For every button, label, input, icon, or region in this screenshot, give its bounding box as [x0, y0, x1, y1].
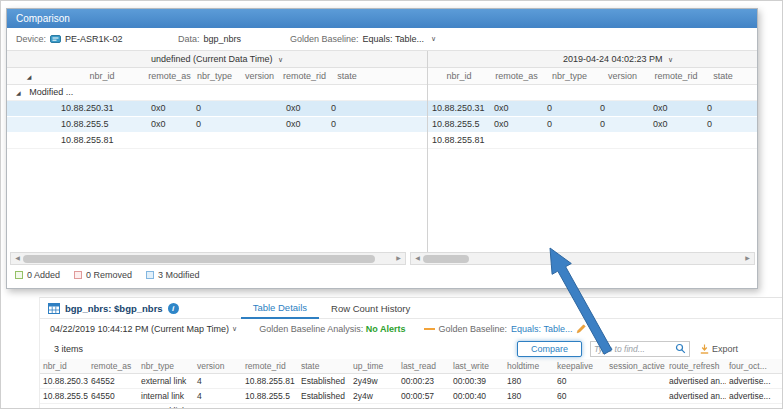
table-row[interactable]: 10.88.255.81: [428, 132, 757, 148]
edit-pencil-icon[interactable]: [576, 323, 587, 334]
scrollbar-thumb[interactable]: [423, 255, 469, 263]
time-selector-label: 04/22/2019 10:44:12 PM (Current Map Time…: [50, 324, 229, 334]
cell: 0: [543, 116, 596, 132]
column-header-remote-rid[interactable]: remote_rid: [649, 67, 703, 84]
cell: 0: [543, 100, 596, 116]
cell: 10.88.250.31: [57, 100, 147, 116]
column-header-remote-as[interactable]: remote_as: [490, 67, 543, 84]
column-header-state[interactable]: state: [703, 67, 743, 84]
table-row[interactable]: 10.88.250.31 0x0 0 0 0x0 0: [428, 100, 757, 116]
column-header-remote-rid[interactable]: remote_rid: [282, 67, 327, 84]
column-header-nbr-type[interactable]: nbr_type: [543, 67, 596, 84]
left-pane-scrollbar[interactable]: ◀ ▶: [10, 252, 406, 265]
chevron-down-icon[interactable]: ∨: [431, 35, 436, 43]
items-count: 3 items: [54, 344, 83, 354]
table-row[interactable]: 10.88.255.5 0x0 0 0x0 0: [7, 116, 427, 132]
time-selector[interactable]: 04/22/2019 10:44:12 PM (Current Map Time…: [50, 324, 237, 334]
column-header[interactable]: remote_as: [88, 359, 138, 373]
column-header[interactable]: four_oct...: [726, 359, 783, 373]
table-row[interactable]: 10.88.255.5 0x0 0 0 0x0 0: [428, 116, 757, 132]
column-header-nbr-id[interactable]: nbr_id: [428, 67, 490, 84]
right-pane-time-header[interactable]: 2019-04-24 04:02:23 PM ∨: [428, 51, 757, 67]
cell: [327, 132, 367, 148]
dialog-titlebar[interactable]: Comparison: [7, 9, 757, 28]
scroll-right-icon[interactable]: ▶: [742, 253, 753, 264]
left-pane-time-header[interactable]: undefined (Current Data Time) ∨: [7, 51, 427, 67]
cell: 00:00:23: [398, 373, 450, 388]
right-pane-scrollbar[interactable]: ◀ ▶: [410, 252, 755, 265]
cell: [543, 132, 596, 148]
column-header-state[interactable]: state: [327, 67, 367, 84]
search-icon[interactable]: [675, 343, 686, 354]
gb-analysis: Golden Baseline Analysis: No Alerts: [259, 324, 405, 334]
scroll-left-icon[interactable]: ◀: [412, 253, 423, 264]
cell: 0x0: [490, 100, 543, 116]
chevron-down-icon[interactable]: ∨: [668, 56, 673, 63]
column-header-nbr-type[interactable]: nbr_type: [192, 67, 237, 84]
column-header[interactable]: state: [298, 359, 350, 373]
cell: [350, 403, 398, 409]
search-input[interactable]: [594, 344, 675, 354]
column-header[interactable]: nbr_id: [40, 359, 88, 373]
expand-all-toggle[interactable]: ◢: [7, 67, 57, 84]
chevron-down-icon[interactable]: ∨: [278, 56, 283, 63]
cell: 0: [327, 116, 367, 132]
cell: [554, 403, 606, 409]
scrollbar-thumb[interactable]: [23, 255, 375, 263]
cell: 4: [194, 388, 242, 403]
table-row[interactable]: 10.88.255.81 64552 external link 4 0.0.0…: [40, 403, 783, 409]
export-button[interactable]: Export: [700, 344, 738, 354]
gb-value-link[interactable]: Equals: Table...: [511, 324, 572, 334]
cell: [450, 403, 504, 409]
cell: [743, 116, 757, 132]
cell: 0: [596, 100, 649, 116]
cell: 2y49w: [350, 373, 398, 388]
column-header-version[interactable]: version: [596, 67, 649, 84]
cell: [504, 403, 554, 409]
column-header[interactable]: last_write: [450, 359, 504, 373]
table-row[interactable]: 10.88.250.31 0x0 0 0x0 0: [7, 100, 427, 116]
cell: 0x0: [282, 116, 327, 132]
column-header[interactable]: keepalive: [554, 359, 606, 373]
table-row[interactable]: 10.88.255.81: [7, 132, 427, 148]
scroll-right-icon[interactable]: ▶: [393, 253, 404, 264]
device-icon: [50, 34, 61, 44]
search-box[interactable]: [590, 341, 690, 357]
compare-button[interactable]: Compare: [517, 341, 582, 357]
info-icon[interactable]: i: [168, 303, 179, 314]
column-header[interactable]: remote_rid: [242, 359, 298, 373]
comparison-grid: undefined (Current Data Time) ∨ ◢ nbr_id…: [7, 50, 757, 252]
column-header-up-time[interactable]: up_t...: [743, 67, 757, 84]
details-header-row: nbr_id remote_as nbr_type version remote…: [40, 359, 783, 373]
tab-row-count-history[interactable]: Row Count History: [319, 298, 422, 319]
column-header-nbr-id[interactable]: nbr_id: [57, 67, 147, 84]
gb-label: Golden Baseline:: [439, 324, 508, 334]
column-header[interactable]: holdtime: [504, 359, 554, 373]
column-header[interactable]: up_time: [350, 359, 398, 373]
scroll-left-icon[interactable]: ◀: [12, 253, 23, 264]
cell: 0.0.0.0: [242, 403, 298, 409]
column-header-remote-as[interactable]: remote_as: [147, 67, 192, 84]
column-header[interactable]: version: [194, 359, 242, 373]
group-row-modified[interactable]: ◢ Modified ...: [7, 84, 427, 100]
removed-count: 0 Removed: [86, 270, 132, 280]
tab-table-details[interactable]: Table Details: [241, 298, 319, 319]
cell: [237, 116, 282, 132]
cell: 4: [194, 403, 242, 409]
column-header[interactable]: session_active: [606, 359, 666, 373]
column-header[interactable]: last_read: [398, 359, 450, 373]
cell: 0x0: [282, 100, 327, 116]
cell: 0x0: [490, 116, 543, 132]
cell: Established: [298, 388, 350, 403]
column-header[interactable]: nbr_type: [138, 359, 194, 373]
collapse-triangle-icon[interactable]: ◢: [16, 90, 21, 96]
table-row[interactable]: 10.88.250.31 64552 external link 4 10.88…: [40, 373, 783, 388]
snapshot-data-pane: 2019-04-24 04:02:23 PM ∨ nbr_id remote_a…: [427, 51, 757, 253]
cell: external link: [138, 373, 194, 388]
column-header-version[interactable]: version: [237, 67, 282, 84]
legend-modified: 3 Modified: [146, 270, 200, 280]
data-value: bgp_nbrs: [204, 34, 242, 44]
cell: 64552: [88, 403, 138, 409]
column-header[interactable]: route_refresh: [666, 359, 726, 373]
table-row[interactable]: 10.88.255.5 64550 internal link 4 10.88.…: [40, 388, 783, 403]
